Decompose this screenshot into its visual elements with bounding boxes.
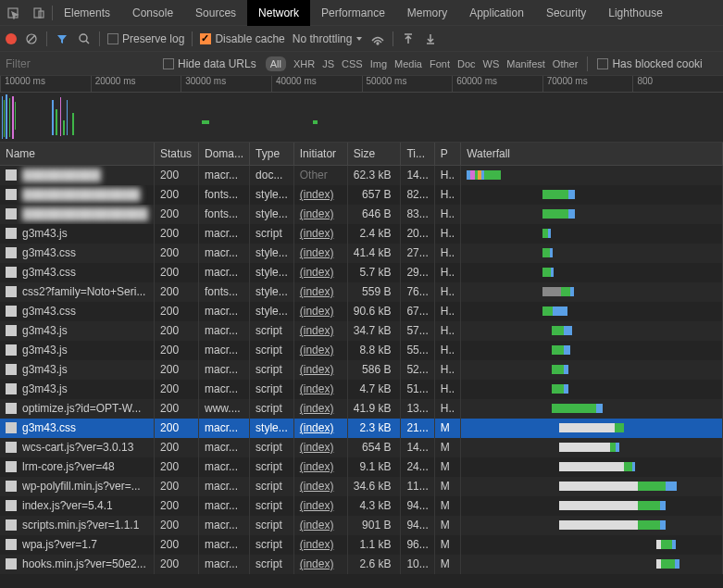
disable-cache-checkbox[interactable]: Disable cache: [200, 32, 284, 45]
table-row[interactable]: wpa.js?ver=1.7200macr...script(index)1.1…: [0, 535, 723, 555]
column-header[interactable]: Name: [0, 143, 155, 166]
cell-domain: macr...: [199, 244, 250, 263]
initiator-link[interactable]: (index): [300, 344, 334, 357]
import-icon[interactable]: [401, 31, 416, 46]
cell-size: 34.6 kB: [347, 477, 401, 496]
filter-type-xhr[interactable]: XHR: [293, 58, 315, 69]
initiator-link[interactable]: (index): [300, 324, 334, 337]
table-row[interactable]: g3m43.css200macr...style...(index)90.6 k…: [0, 302, 723, 321]
table-row[interactable]: ██████████200macr...doc...Other62.3 kB14…: [0, 166, 723, 185]
tab-console[interactable]: Console: [121, 0, 184, 26]
filter-input[interactable]: [6, 57, 154, 70]
device-mode-icon[interactable]: [26, 0, 52, 26]
table-row[interactable]: g3m43.js200macr...script(index)4.7 kB51.…: [0, 380, 723, 399]
tab-security[interactable]: Security: [535, 0, 597, 26]
ruler-tick: 40000 ms: [271, 76, 362, 92]
tab-application[interactable]: Application: [458, 0, 535, 26]
cell-type: script: [250, 477, 294, 496]
table-row[interactable]: scripts.min.js?ver=1.1.1200macr...script…: [0, 516, 723, 535]
clear-icon[interactable]: [24, 31, 39, 46]
initiator-link[interactable]: (index): [300, 285, 334, 298]
tab-lighthouse[interactable]: Lighthouse: [597, 0, 674, 26]
column-header[interactable]: Ti...: [401, 143, 434, 166]
initiator-link[interactable]: (index): [300, 227, 334, 240]
table-row[interactable]: wp-polyfill.min.js?ver=...200macr...scri…: [0, 477, 723, 496]
table-row[interactable]: wcs-cart.js?ver=3.0.13200macr...script(i…: [0, 438, 723, 457]
table-row[interactable]: index.js?ver=5.4.1200macr...script(index…: [0, 496, 723, 516]
filter-type-doc[interactable]: Doc: [457, 58, 476, 69]
initiator-link[interactable]: (index): [300, 460, 334, 473]
column-header[interactable]: P: [434, 143, 460, 166]
column-header[interactable]: Waterfall: [461, 143, 723, 166]
cell-time: 21...: [401, 419, 434, 438]
table-row[interactable]: lrm-core.js?ver=48200macr...script(index…: [0, 457, 723, 477]
initiator-link[interactable]: (index): [300, 480, 334, 493]
table-row[interactable]: css2?family=Noto+Seri...200fonts...style…: [0, 282, 723, 302]
tab-memory[interactable]: Memory: [396, 0, 458, 26]
filter-type-ws[interactable]: WS: [483, 58, 500, 69]
tab-elements[interactable]: Elements: [53, 0, 121, 26]
initiator-link[interactable]: (index): [300, 402, 334, 415]
table-row[interactable]: g3m43.css200macr...style...(index)41.4 k…: [0, 244, 723, 263]
filter-type-manifest[interactable]: Manifest: [506, 58, 545, 69]
filter-type-media[interactable]: Media: [394, 58, 422, 69]
tab-performance[interactable]: Performance: [310, 0, 396, 26]
initiator-link[interactable]: (index): [300, 441, 334, 454]
filter-type-font[interactable]: Font: [430, 58, 450, 69]
initiator-link[interactable]: (index): [300, 538, 334, 551]
record-button[interactable]: [6, 33, 17, 44]
waterfall-cell: [461, 380, 723, 399]
initiator-link[interactable]: (index): [300, 557, 334, 570]
initiator-link[interactable]: (index): [300, 519, 334, 532]
table-row[interactable]: ████████████████200fonts...style...(inde…: [0, 205, 723, 224]
tab-sources[interactable]: Sources: [184, 0, 247, 26]
table-row[interactable]: optimize.js?id=OPT-W...200www....script(…: [0, 399, 723, 419]
initiator-link[interactable]: (index): [300, 363, 334, 376]
initiator-link[interactable]: (index): [300, 246, 334, 259]
request-name: wpa.js?ver=1.7: [22, 538, 97, 551]
filter-icon[interactable]: [55, 31, 69, 46]
file-icon: [6, 442, 17, 453]
export-icon[interactable]: [423, 31, 438, 46]
initiator-link[interactable]: (index): [300, 305, 334, 318]
initiator-link[interactable]: (index): [300, 188, 334, 201]
timeline-overview[interactable]: 10000 ms20000 ms30000 ms40000 ms50000 ms…: [0, 76, 723, 143]
table-row[interactable]: g3m43.css200macr...style...(index)2.3 kB…: [0, 419, 723, 438]
inspect-icon[interactable]: [0, 0, 26, 26]
initiator-link[interactable]: (index): [300, 421, 334, 434]
table-row[interactable]: g3m43.js200macr...script(index)2.4 kB20.…: [0, 224, 723, 244]
ruler-tick: 800: [632, 76, 723, 92]
filter-type-all[interactable]: All: [266, 56, 286, 71]
initiator-link[interactable]: (index): [300, 382, 334, 395]
filter-type-js[interactable]: JS: [322, 58, 334, 69]
network-conditions-icon[interactable]: [370, 31, 385, 46]
file-icon: [6, 228, 17, 239]
initiator-link[interactable]: (index): [300, 207, 334, 220]
column-header[interactable]: Size: [347, 143, 401, 166]
tab-network[interactable]: Network: [247, 0, 310, 26]
hide-data-urls-checkbox[interactable]: Hide data URLs: [163, 57, 256, 70]
cell-domain: macr...: [199, 321, 250, 341]
column-header[interactable]: Doma...: [199, 143, 250, 166]
filter-type-other[interactable]: Other: [553, 58, 579, 69]
has-blocked-cookies-checkbox[interactable]: Has blocked cooki: [597, 57, 702, 70]
waterfall-cell: [461, 205, 723, 224]
throttling-select[interactable]: No throttling: [293, 32, 364, 45]
column-header[interactable]: Type: [250, 143, 294, 166]
initiator-link[interactable]: (index): [300, 499, 334, 512]
column-header[interactable]: Initiator: [293, 143, 347, 166]
search-icon[interactable]: [77, 31, 92, 46]
table-row[interactable]: g3m43.css200macr...style...(index)5.7 kB…: [0, 263, 723, 282]
table-row[interactable]: g3m43.js200macr...script(index)34.7 kB57…: [0, 321, 723, 341]
filter-type-css[interactable]: CSS: [342, 58, 363, 69]
table-row[interactable]: g3m43.js200macr...script(index)8.8 kB55.…: [0, 341, 723, 360]
table-row[interactable]: ███████████████200fonts...style...(index…: [0, 185, 723, 205]
filter-type-img[interactable]: Img: [370, 58, 387, 69]
preserve-log-checkbox[interactable]: Preserve log: [107, 32, 184, 45]
initiator-link[interactable]: (index): [300, 266, 334, 279]
cell-domain: fonts...: [199, 185, 250, 205]
table-row[interactable]: hooks.min.js?ver=50e2...200macr...script…: [0, 555, 723, 574]
table-row[interactable]: g3m43.js200macr...script(index)586 B52..…: [0, 360, 723, 380]
column-header[interactable]: Status: [155, 143, 199, 166]
cell-size: 34.7 kB: [347, 321, 401, 341]
